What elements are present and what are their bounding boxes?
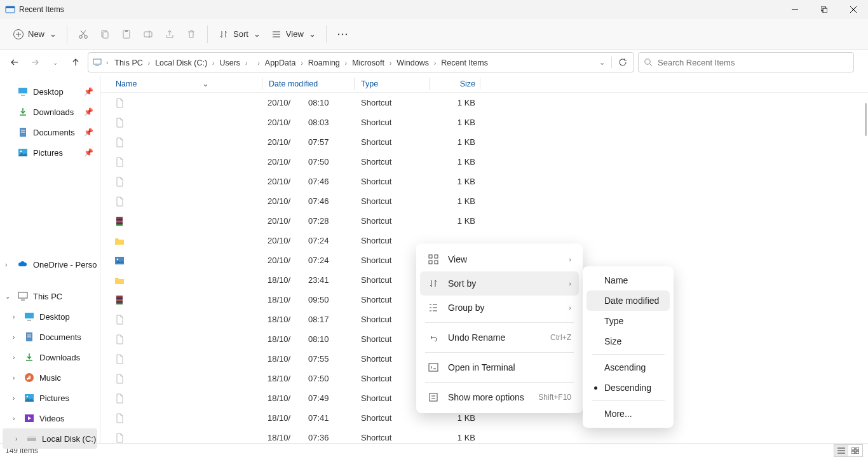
sidebar-item[interactable]: ›Music (0, 367, 100, 388)
minimize-button[interactable] (780, 0, 810, 19)
breadcrumb-segment[interactable]: Local Disk (C:) (153, 58, 210, 67)
up-button[interactable] (67, 54, 84, 71)
rename-button[interactable] (137, 24, 159, 44)
more-button[interactable] (332, 24, 353, 44)
chevron-right-icon: › (569, 256, 571, 263)
sidebar-item[interactable]: ›Desktop (0, 306, 100, 327)
column-type[interactable]: Type (355, 75, 430, 92)
column-date[interactable]: Date modified (262, 75, 355, 92)
ctx-sortby[interactable]: Sort by› (420, 271, 579, 296)
breadcrumb-segment[interactable]: Microsoft (349, 58, 387, 67)
ctx-view[interactable]: View› (420, 247, 579, 271)
svg-rect-26 (93, 59, 101, 64)
sidebar-item[interactable]: Documents📌 (0, 122, 100, 142)
breadcrumb-segment[interactable]: This PC (112, 58, 145, 67)
breadcrumb-segment[interactable]: Users (217, 58, 243, 67)
file-row[interactable]: 20/10/08:10Shortcut1 KB (100, 93, 868, 113)
list-icon (837, 447, 845, 454)
sidebar-item[interactable]: Downloads📌 (0, 102, 100, 122)
sort-size[interactable]: Size (587, 331, 670, 351)
column-name[interactable]: Name⌄ (100, 75, 262, 92)
terminal-icon (428, 362, 439, 372)
svg-rect-51 (116, 217, 123, 219)
scrollbar[interactable] (865, 103, 867, 136)
menu-divider (592, 400, 665, 401)
new-button[interactable]: New ⌄ (8, 24, 62, 44)
sidebar-thispc[interactable]: ⌄ This PC (0, 286, 100, 306)
address-bar[interactable]: › This PC›Local Disk (C:)›Users››AppData… (88, 52, 634, 72)
sort-descending[interactable]: Descending (587, 378, 670, 398)
maximize-button[interactable] (810, 0, 839, 19)
sidebar-item[interactable]: ›Documents (0, 327, 100, 347)
ctx-undo[interactable]: Undo RenameCtrl+Z (420, 325, 579, 350)
divider (611, 57, 612, 68)
details-view-button[interactable] (834, 445, 848, 456)
svg-rect-63 (851, 447, 855, 450)
file-row[interactable]: 20/10/07:46Shortcut1 KB (100, 172, 868, 191)
sidebar-item[interactable]: ›Downloads (0, 347, 100, 367)
sidebar-item[interactable]: Desktop📌 (0, 81, 100, 102)
ctx-groupby[interactable]: Group by› (420, 296, 579, 320)
sort-type[interactable]: Type (587, 311, 670, 331)
delete-button[interactable] (180, 24, 202, 44)
sort-ascending[interactable]: Ascending (587, 357, 670, 378)
recent-dropdown[interactable]: ⌄ (47, 54, 64, 71)
search-box[interactable] (638, 52, 854, 72)
toolbar-divider (326, 25, 327, 43)
cut-button[interactable] (72, 24, 94, 44)
share-button[interactable] (159, 24, 180, 44)
column-size[interactable]: Size (430, 75, 480, 92)
sidebar-item[interactable]: ›Videos (0, 408, 100, 428)
svg-rect-68 (435, 255, 438, 258)
breadcrumb-segment[interactable]: Recent Items (438, 58, 491, 67)
copy-button[interactable] (94, 24, 116, 44)
file-row[interactable]: 20/10/07:57Shortcut1 KB (100, 132, 868, 152)
svg-line-29 (650, 64, 653, 67)
svg-rect-70 (435, 261, 438, 264)
file-row[interactable]: 20/10/08:03Shortcut1 KB (100, 113, 868, 132)
chevron-down-icon[interactable]: ⌄ (599, 58, 605, 67)
arrow-up-icon (71, 58, 80, 67)
file-row[interactable]: 18/10/07:36Shortcut1 KB (100, 428, 868, 443)
search-input[interactable] (658, 58, 848, 67)
breadcrumb-segment[interactable]: Windows (394, 58, 431, 67)
sidebar-item[interactable]: Pictures📌 (0, 142, 100, 163)
file-row[interactable]: 20/10/07:46Shortcut1 KB (100, 191, 868, 211)
forward-button[interactable] (27, 54, 43, 71)
window-icon (5, 4, 15, 15)
ctx-terminal[interactable]: Open in Terminal (420, 355, 579, 379)
refresh-icon[interactable] (618, 58, 627, 67)
svg-point-28 (645, 59, 650, 64)
rename-icon (142, 29, 154, 40)
pc-icon (92, 57, 102, 67)
toolbar-divider (67, 25, 67, 43)
undo-icon (428, 332, 439, 343)
view-button[interactable]: View ⌄ (266, 24, 321, 44)
sort-name[interactable]: Name (587, 270, 670, 290)
sort-date[interactable]: Date modified (587, 290, 670, 311)
sidebar-item[interactable]: ›Local Disk (C:) (3, 428, 97, 449)
view-label: View (286, 29, 304, 39)
pin-icon: 📌 (84, 128, 93, 137)
chevron-right-icon: › (255, 60, 262, 67)
sidebar-item[interactable]: ›Pictures (0, 388, 100, 408)
more-options-icon (428, 392, 439, 402)
tiles-view-button[interactable] (848, 445, 862, 456)
chevron-right-icon: › (243, 60, 250, 67)
close-button[interactable] (839, 0, 868, 19)
svg-rect-53 (116, 224, 123, 226)
sort-button[interactable]: Sort ⌄ (213, 24, 266, 44)
chevron-down-icon: ⌄ (50, 29, 57, 39)
breadcrumb-segment[interactable]: Roaming (306, 58, 342, 67)
breadcrumb-segment[interactable]: AppData (262, 58, 299, 67)
nav-row: ⌄ › This PC›Local Disk (C:)›Users››AppDa… (0, 50, 868, 75)
paste-button[interactable] (116, 24, 137, 44)
ctx-more-options[interactable]: Show more optionsShift+F10 (420, 385, 579, 409)
column-headers: Name⌄ Date modified Type Size (100, 75, 868, 93)
file-row[interactable]: 20/10/07:50Shortcut1 KB (100, 152, 868, 172)
pin-icon: 📌 (84, 87, 93, 96)
file-row[interactable]: 20/10/07:28Shortcut1 KB (100, 211, 868, 231)
sidebar-onedrive[interactable]: › OneDrive - Perso (0, 254, 100, 275)
sort-more[interactable]: More... (587, 404, 670, 424)
back-button[interactable] (6, 54, 23, 71)
